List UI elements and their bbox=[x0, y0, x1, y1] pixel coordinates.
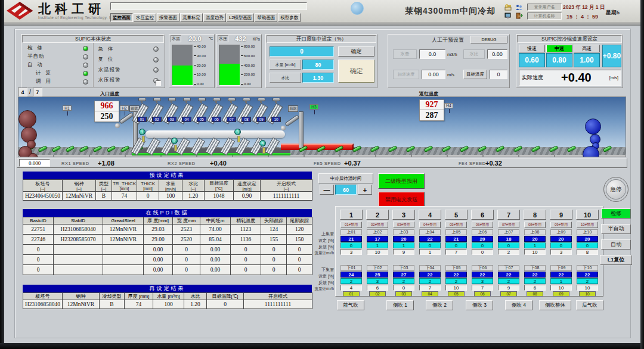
emergency-stop-button[interactable]: 急停 bbox=[603, 177, 628, 202]
top-setpoint[interactable]: 21 bbox=[445, 236, 467, 242]
header-button-4[interactable]: 4 bbox=[419, 210, 441, 220]
flow-meter-tag-03: 03 bbox=[395, 291, 412, 297]
bottom-flow: 7 bbox=[472, 285, 493, 291]
nozzle-top-row-label: 流量计m³/h bbox=[309, 251, 334, 256]
disable-button-07[interactable]: 07#禁用 bbox=[498, 222, 519, 228]
bottom-setpoint[interactable]: 24 bbox=[340, 272, 362, 278]
flow-meter-tag-09: 09 bbox=[553, 291, 569, 297]
bottom-setpoint[interactable]: 22 bbox=[419, 272, 441, 278]
header-button-6[interactable]: 6 bbox=[471, 210, 494, 220]
bottom-flow: 6 bbox=[367, 285, 388, 291]
side-button-3[interactable]: 自动 bbox=[601, 239, 631, 250]
top-setpoint[interactable]: 17 bbox=[367, 236, 388, 242]
header-button-5[interactable]: 5 bbox=[445, 210, 467, 220]
bottom-flow: 7 bbox=[419, 285, 441, 291]
bottom-setpoint[interactable]: 22 bbox=[550, 272, 572, 278]
top-setpoint[interactable]: 18 bbox=[498, 236, 519, 242]
bank-number: 06 bbox=[212, 117, 221, 122]
header-button-2[interactable]: 2 bbox=[366, 210, 389, 220]
top-header-name: 上10 bbox=[577, 229, 598, 235]
nozzle-top-row-label: 上集管 bbox=[309, 231, 334, 237]
side-button-4[interactable]: L1复位 bbox=[600, 255, 632, 265]
top-feedback: 1 bbox=[367, 242, 388, 248]
bottom-flow: 6 bbox=[524, 285, 546, 291]
bottom-setpoint[interactable]: 25 bbox=[367, 272, 388, 278]
bottom-setpoint[interactable]: 22 bbox=[498, 272, 519, 278]
bottom-flow: 9 bbox=[498, 285, 519, 291]
bottom-flow: 4 bbox=[340, 285, 362, 291]
bottom-feedback: 2 bbox=[577, 278, 598, 284]
bottom-setpoint[interactable]: 22 bbox=[524, 272, 546, 278]
bank-number: 02 bbox=[152, 117, 162, 122]
bank-number: 01 bbox=[137, 117, 147, 122]
disable-button-01[interactable]: 01#禁用 bbox=[340, 222, 362, 228]
top-flow: 3 bbox=[550, 249, 572, 255]
bottom-setpoint[interactable]: 22 bbox=[577, 272, 598, 278]
blow-button-7[interactable]: 后气吹 bbox=[576, 300, 603, 310]
bottom-setpoint[interactable]: 27 bbox=[393, 272, 414, 278]
header-button-8[interactable]: 8 bbox=[524, 210, 546, 220]
nozzle-layer: 上集管设定 [%]反馈 [%]流量计m³/h下集管设定 [%]反馈 [%]流量计… bbox=[0, 0, 644, 349]
top-setpoint[interactable]: 20 bbox=[550, 236, 572, 242]
top-feedback: 1 bbox=[524, 242, 546, 248]
bottom-flow: 0 bbox=[393, 285, 414, 291]
side-button-2[interactable]: 半自动 bbox=[601, 224, 631, 234]
nozzle-bottom-row-label: 流量计m³/h bbox=[309, 286, 334, 292]
bank-number: 04 bbox=[182, 117, 191, 122]
header-button-1[interactable]: 1 bbox=[340, 210, 363, 220]
flow-meter-tag-07: 07 bbox=[500, 291, 517, 297]
blow-button-2[interactable]: 侧吹 1 bbox=[386, 300, 414, 310]
hmi-screen: 北科工研 Institute of Engineering Technology… bbox=[0, 0, 644, 349]
disable-button-03[interactable]: 03#禁用 bbox=[393, 222, 414, 228]
flow-meter-tag-10: 10 bbox=[579, 291, 596, 297]
bottom-setpoint[interactable]: 22 bbox=[445, 272, 467, 278]
top-setpoint[interactable]: 20 bbox=[393, 236, 414, 242]
blow-button-1[interactable]: 前气吹 bbox=[337, 300, 364, 310]
blow-button-5[interactable]: 侧吹 4 bbox=[505, 300, 532, 310]
flow-meter-tag-06: 06 bbox=[474, 291, 491, 297]
bank-number: 07 bbox=[227, 117, 236, 122]
bottom-feedback: 1 bbox=[550, 278, 572, 284]
nozzle-bottom-row-label: 反馈 [%] bbox=[309, 280, 334, 286]
top-feedback: 0 bbox=[550, 242, 572, 248]
header-button-9[interactable]: 9 bbox=[550, 210, 572, 220]
top-flow: 1 bbox=[419, 249, 441, 255]
top-setpoint[interactable]: 20 bbox=[472, 236, 493, 242]
disable-button-08[interactable]: 08#禁用 bbox=[524, 222, 546, 228]
blow-button-6[interactable]: 侧吹整体 bbox=[539, 300, 571, 310]
disable-button-05[interactable]: 05#禁用 bbox=[445, 222, 467, 228]
bottom-setpoint[interactable]: 22 bbox=[472, 272, 493, 278]
top-setpoint[interactable]: 20 bbox=[524, 236, 546, 242]
disable-button-10[interactable]: 10#禁用 bbox=[577, 222, 598, 228]
header-button-10[interactable]: 10 bbox=[576, 210, 599, 220]
top-setpoint[interactable]: 22 bbox=[419, 236, 441, 242]
bezel-bottom bbox=[0, 343, 644, 349]
flow-meter-tag-04: 04 bbox=[422, 291, 438, 297]
bottom-header-name: 下08 bbox=[524, 265, 546, 271]
top-setpoint[interactable]: 21 bbox=[340, 236, 362, 242]
disable-button-06[interactable]: 06#禁用 bbox=[472, 222, 493, 228]
blow-button-4[interactable]: 侧吹 3 bbox=[466, 300, 493, 310]
bank-number: 09 bbox=[256, 117, 266, 122]
top-feedback: 0 bbox=[472, 242, 493, 248]
top-header-name: 上06 bbox=[472, 229, 493, 235]
top-feedback: 0 bbox=[340, 242, 362, 248]
top-setpoint[interactable]: 20 bbox=[577, 236, 598, 242]
top-header-name: 上01 bbox=[340, 229, 362, 235]
top-header-name: 上09 bbox=[550, 229, 572, 235]
bottom-header-name: 下07 bbox=[498, 265, 519, 271]
bottom-header-name: 下01 bbox=[340, 265, 362, 271]
disable-button-09[interactable]: 09#禁用 bbox=[550, 222, 572, 228]
disable-button-02[interactable]: 02#禁用 bbox=[367, 222, 388, 228]
nozzle-bottom-row-label: 下集管 bbox=[309, 267, 334, 273]
blow-button-3[interactable]: 侧吹 2 bbox=[426, 300, 453, 310]
top-header-name: 上05 bbox=[445, 229, 467, 235]
top-flow: 2 bbox=[498, 249, 519, 255]
disable-button-04[interactable]: 04#禁用 bbox=[419, 222, 441, 228]
header-button-3[interactable]: 3 bbox=[392, 210, 415, 220]
side-button-1[interactable]: 检修 bbox=[601, 208, 631, 219]
nozzle-top-row-label: 设定 [%] bbox=[309, 238, 334, 244]
header-button-7[interactable]: 7 bbox=[497, 210, 520, 220]
marker-H2: H2 bbox=[120, 105, 129, 111]
bottom-header-name: 下06 bbox=[472, 265, 493, 271]
